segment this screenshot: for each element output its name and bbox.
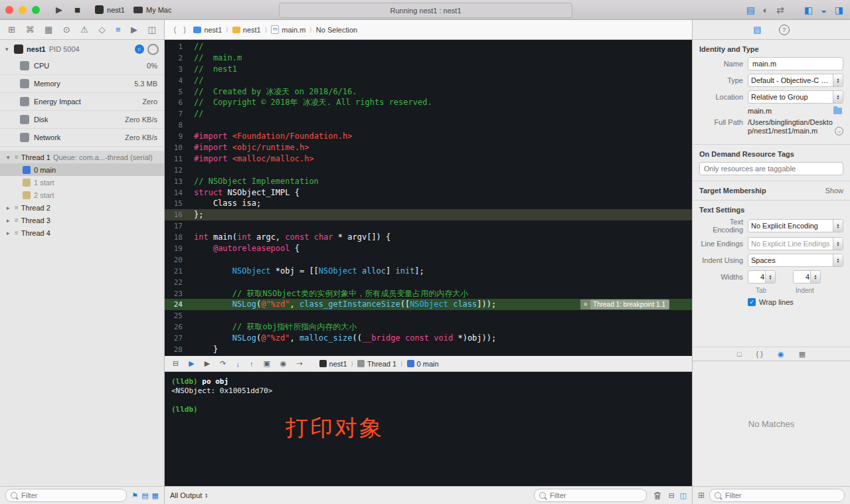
test-navigator-icon[interactable]: ◇ — [98, 25, 105, 35]
debug-breadcrumb-item[interactable]: 0 main — [407, 360, 439, 368]
line-number[interactable]: 5 — [165, 87, 189, 98]
view-hierarchy-icon[interactable]: ▣ — [263, 359, 270, 368]
debug-console[interactable]: (lldb) po obj<NSObject: 0x10051dd70> (ll… — [165, 372, 692, 486]
gauge-row[interactable]: DiskZero KB/s — [0, 111, 164, 129]
line-number[interactable]: 2 — [165, 53, 189, 64]
encoding-popup[interactable]: No Explicit Encoding ▲▼ — [748, 219, 843, 232]
code-line[interactable]: 15 Class isa; — [165, 198, 692, 209]
line-number[interactable]: 19 — [165, 244, 189, 255]
disclosure-open-icon[interactable]: ▾ — [7, 154, 12, 161]
code-line[interactable]: 24 NSLog(@"%zd", class_getInstanceSize([… — [165, 299, 692, 310]
sidebar-filter[interactable] — [5, 489, 127, 502]
reveal-arrow-icon[interactable]: → — [835, 127, 843, 135]
symbol-navigator-icon[interactable]: ▦ — [44, 25, 52, 35]
library-filter-input[interactable] — [724, 491, 839, 500]
odr-field[interactable] — [699, 162, 843, 175]
memory-graph-icon[interactable]: ◉ — [280, 359, 287, 368]
simulate-location-icon[interactable]: ⇢ — [296, 359, 302, 368]
console-scope-popup[interactable]: All Output ▲▼ — [170, 491, 208, 499]
code-line[interactable]: 23 // 获取NSObject类的实例对象中，所有成员变量占用的内存大小 — [165, 288, 692, 299]
assistant-editor-icon[interactable]: ◐ — [763, 5, 768, 15]
line-number[interactable]: 28 — [165, 345, 189, 356]
line-number[interactable]: 4 — [165, 76, 189, 87]
gauge-row[interactable]: NetworkZero KB/s — [0, 129, 164, 147]
back-button[interactable]: ⟨ — [173, 25, 177, 35]
code-line[interactable]: 1// — [165, 41, 692, 52]
line-number[interactable]: 9 — [165, 131, 189, 143]
code-line[interactable]: 5// Created by 冰凌天 on 2018/6/16. — [165, 86, 692, 98]
run-button[interactable]: ▶ — [56, 5, 62, 15]
breakpoints-toggle-icon[interactable]: ▶ — [189, 359, 194, 368]
line-number[interactable]: 13 — [165, 177, 189, 188]
code-line[interactable]: 20 — [165, 254, 692, 266]
library-grid-icon[interactable]: ⊞ — [698, 491, 705, 500]
gauge-row[interactable]: CPU0% — [0, 57, 164, 75]
line-number[interactable]: 20 — [165, 255, 189, 266]
debug-navigator-icon[interactable]: ≡ — [116, 25, 121, 35]
code-line[interactable]: 25 — [165, 310, 692, 321]
line-number[interactable]: 23 — [165, 289, 189, 300]
line-number[interactable]: 12 — [165, 165, 189, 177]
code-line[interactable]: 16}; — [165, 209, 692, 220]
code-line[interactable]: 26 // 获取obj指针所指向内存的大小 — [165, 321, 692, 333]
version-editor-icon[interactable]: ⇄ — [776, 5, 784, 15]
zoom-button[interactable] — [32, 6, 40, 14]
step-out-icon[interactable]: ↑ — [250, 360, 254, 368]
debug-breadcrumb-item[interactable]: Thread 1 — [357, 360, 396, 368]
line-number[interactable]: 21 — [165, 266, 189, 278]
line-number[interactable]: 1 — [165, 42, 189, 53]
code-line[interactable]: 8 — [165, 120, 692, 131]
stack-frame-row[interactable]: 1 start — [0, 176, 164, 189]
debug-breadcrumb-item[interactable]: nest1 — [319, 360, 347, 368]
thread-row[interactable]: ▸≡Thread 3 — [0, 214, 164, 226]
line-number[interactable]: 6 — [165, 98, 189, 109]
disclosure-closed-icon[interactable]: ▸ — [7, 217, 12, 224]
source-control-navigator-icon[interactable]: ⌘ — [25, 25, 34, 35]
code-line[interactable]: 6// Copyright © 2018年 冰凌天. All rights re… — [165, 97, 692, 108]
library-filter[interactable] — [709, 489, 845, 502]
jump-bar-item[interactable]: No Selection — [316, 26, 357, 34]
show-link[interactable]: Show — [825, 187, 843, 195]
line-number[interactable]: 24 — [165, 299, 189, 311]
threads-filter-icon[interactable]: ▦ — [152, 491, 159, 500]
line-number[interactable]: 3 — [165, 64, 189, 76]
thread-row[interactable]: ▾≡Thread 1Queue: com.a...-thread (serial… — [0, 151, 164, 163]
sidebar-filter-input[interactable] — [20, 491, 122, 500]
code-line[interactable]: 17 — [165, 220, 692, 232]
issue-navigator-icon[interactable]: ⚠ — [80, 25, 88, 35]
name-field[interactable] — [748, 57, 843, 70]
line-number[interactable]: 15 — [165, 199, 189, 210]
code-line[interactable]: 13// NSObject Implementation — [165, 176, 692, 187]
close-button[interactable] — [5, 6, 13, 14]
code-line[interactable]: 22 — [165, 277, 692, 288]
line-number[interactable]: 11 — [165, 154, 189, 165]
code-line[interactable]: 28 } — [165, 344, 692, 355]
indent-width-stepper[interactable]: 4 ▲▼ — [793, 270, 821, 284]
gauge-row[interactable]: Memory5.3 MB — [0, 75, 164, 93]
find-navigator-icon[interactable]: ⊙ — [63, 25, 70, 35]
trash-icon[interactable] — [653, 491, 661, 500]
disclosure-closed-icon[interactable]: ▸ — [7, 205, 12, 211]
scheme-selector[interactable]: nest1 My Mac — [95, 5, 171, 14]
thread-row[interactable]: ▸≡Thread 4 — [0, 226, 164, 239]
code-line[interactable]: 7// — [165, 108, 692, 120]
code-snippet-library-icon[interactable]: { } — [756, 350, 763, 358]
frames-filter-icon[interactable]: ▤ — [141, 491, 148, 500]
line-number[interactable]: 10 — [165, 143, 189, 154]
line-endings-popup[interactable]: No Explicit Line Endings ▲▼ — [748, 237, 843, 250]
stack-frame-row[interactable]: 2 start — [0, 189, 164, 201]
console-filter[interactable] — [534, 489, 647, 502]
folder-icon[interactable] — [833, 108, 842, 114]
hide-debug-area-icon[interactable]: ⊟ — [173, 359, 179, 368]
source-editor[interactable]: 1//2// main.m3// nest14//5// Created by … — [165, 40, 692, 356]
wrap-lines-checkbox[interactable]: ✓ — [748, 298, 756, 306]
pause-indicator-icon[interactable]: || — [135, 44, 144, 54]
object-library-icon[interactable]: ◉ — [778, 350, 784, 359]
report-navigator-icon[interactable]: ◫ — [148, 25, 156, 35]
line-number[interactable]: 8 — [165, 120, 189, 131]
code-line[interactable]: 10#import <objc/runtime.h> — [165, 142, 692, 153]
line-number[interactable]: 17 — [165, 221, 189, 232]
tab-width-stepper[interactable]: 4 ▲▼ — [748, 270, 776, 284]
gauge-row[interactable]: Energy ImpactZero — [0, 93, 164, 111]
navigator-panel-icon[interactable]: ◧ — [804, 5, 813, 15]
